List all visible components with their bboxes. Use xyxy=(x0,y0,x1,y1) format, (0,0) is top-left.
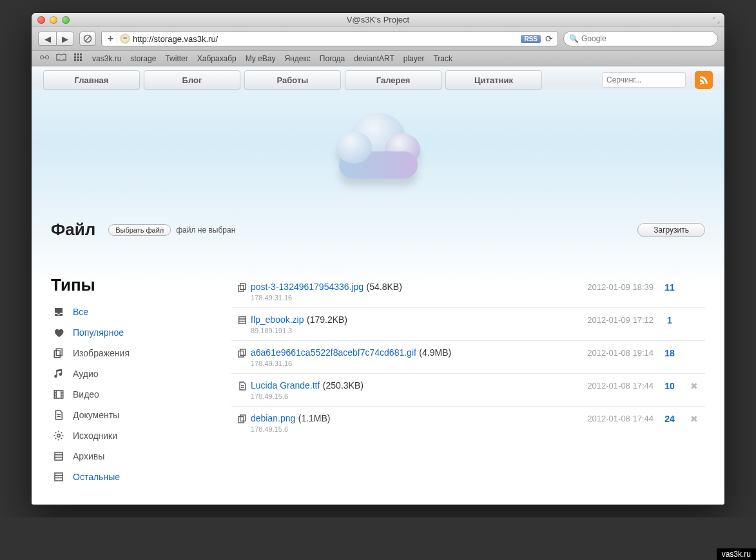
site-search-input[interactable] xyxy=(606,75,703,84)
nav-back-forward: ◀ ▶ xyxy=(38,32,74,46)
file-size: (4.9MB) xyxy=(419,347,451,358)
type-item[interactable]: Архивы xyxy=(51,446,212,467)
browser-window: V@s3K's Project ◀ ▶ + http://storage.vas… xyxy=(32,13,724,505)
browser-search-input[interactable] xyxy=(581,34,712,43)
bookmark-item[interactable]: storage xyxy=(130,54,156,63)
file-row: post-3-13249617954336.jpg (54.8KB)178.49… xyxy=(231,275,705,308)
gear-icon xyxy=(52,430,65,441)
url-text[interactable]: http://storage.vas3k.ru/ xyxy=(133,34,521,44)
delete-icon xyxy=(686,347,703,348)
svg-point-19 xyxy=(57,434,61,438)
svg-rect-7 xyxy=(74,53,76,55)
bookmark-item[interactable]: deviantART xyxy=(354,54,394,63)
film-icon xyxy=(52,389,65,400)
delete-icon xyxy=(686,281,703,282)
svg-rect-17 xyxy=(54,351,60,358)
type-label: Видео xyxy=(73,389,99,400)
nav-tab[interactable]: Блог xyxy=(144,70,240,90)
add-bookmark-button[interactable]: + xyxy=(104,33,117,44)
file-name-link[interactable]: debian.png xyxy=(251,413,295,423)
type-item[interactable]: Все xyxy=(51,302,212,322)
file-count[interactable]: 1 xyxy=(654,314,686,325)
bookmark-item[interactable]: Twitter xyxy=(165,54,188,63)
svg-rect-12 xyxy=(80,57,82,59)
file-ip: 89.189.191.3 xyxy=(251,327,550,334)
grid-icon[interactable] xyxy=(73,53,83,64)
nav-tab[interactable]: Галерея xyxy=(345,70,441,90)
nav-tab[interactable]: Цитатник xyxy=(445,70,542,90)
search-icon: 🔍 xyxy=(569,34,579,43)
file-name-link[interactable]: a6a61e9661ca5522f8acebf7c74cd681.gif xyxy=(251,347,416,358)
file-count[interactable]: 11 xyxy=(654,281,686,293)
file-name-link[interactable]: Lucida Grande.ttf xyxy=(251,380,320,391)
file-row: Lucida Grande.ttf (250.3KB)178.49.15.620… xyxy=(231,374,705,407)
svg-rect-18 xyxy=(54,391,63,398)
address-bar[interactable]: + http://storage.vas3k.ru/ RSS ⟳ xyxy=(101,31,558,46)
archive-icon xyxy=(52,450,65,462)
type-label: Архивы xyxy=(73,451,104,461)
svg-line-1 xyxy=(85,36,90,41)
svg-point-6 xyxy=(45,55,48,59)
svg-rect-26 xyxy=(238,351,244,357)
bookmark-item[interactable]: Погода xyxy=(320,54,345,63)
file-row: debian.png (1.1MB)178.49.15.62012-01-08 … xyxy=(231,407,705,439)
rss-badge[interactable]: RSS xyxy=(521,35,541,43)
delete-icon[interactable]: ✖ xyxy=(686,412,703,424)
file-name-link[interactable]: flp_ebook.zip xyxy=(251,314,304,325)
nav-tab[interactable]: Работы xyxy=(244,70,341,90)
music-icon xyxy=(52,368,65,380)
type-item[interactable]: Изображения xyxy=(51,343,212,363)
type-item[interactable]: Документы xyxy=(51,405,212,425)
fullscreen-icon[interactable] xyxy=(712,15,721,24)
rss-icon[interactable] xyxy=(695,71,713,89)
bookmark-item[interactable]: player xyxy=(403,54,425,63)
file-date: 2012-01-09 17:12 xyxy=(550,314,654,325)
svg-rect-13 xyxy=(74,59,76,61)
forward-button[interactable]: ▶ xyxy=(56,32,74,46)
glasses-icon[interactable] xyxy=(39,53,50,64)
type-item[interactable]: Видео xyxy=(51,384,212,405)
file-date: 2012-01-08 17:44 xyxy=(550,380,654,391)
svg-rect-11 xyxy=(77,57,79,59)
reload-button[interactable]: ⟳ xyxy=(543,34,555,44)
type-item[interactable]: Аудио xyxy=(51,363,212,384)
nav-tab[interactable]: Главная xyxy=(43,70,140,90)
file-count[interactable]: 10 xyxy=(654,380,686,391)
svg-rect-9 xyxy=(80,53,82,55)
bookmark-item[interactable]: Яндекс xyxy=(284,54,310,63)
bookmark-item[interactable]: My eBay xyxy=(246,54,276,63)
site-search[interactable] xyxy=(602,72,686,88)
browser-search[interactable]: 🔍 xyxy=(563,31,718,46)
type-item[interactable]: Остальные xyxy=(51,467,212,487)
type-item[interactable]: Исходники xyxy=(51,425,212,446)
types-heading: Типы xyxy=(51,275,212,295)
bookmark-item[interactable]: Хабрахабр xyxy=(197,54,237,63)
bookmark-item[interactable]: vas3k.ru xyxy=(92,54,121,63)
type-label: Документы xyxy=(73,410,119,420)
svg-rect-15 xyxy=(80,59,82,61)
bookmark-item[interactable]: Track xyxy=(433,54,452,63)
bookmarks-bar: vas3k.rustorageTwitterХабрахабрMy eBayЯн… xyxy=(32,51,724,66)
upload-bar: Файл Выбрать файл файл не выбран Загрузи… xyxy=(32,212,724,240)
type-label: Изображения xyxy=(73,348,130,358)
delete-icon[interactable]: ✖ xyxy=(686,380,703,391)
file-count[interactable]: 24 xyxy=(654,412,686,424)
file-name-link[interactable]: post-3-13249617954336.jpg xyxy=(251,282,363,292)
back-button[interactable]: ◀ xyxy=(38,32,56,46)
svg-point-3 xyxy=(124,37,125,39)
stop-button[interactable] xyxy=(79,32,96,46)
archive-icon xyxy=(52,471,65,483)
main-columns: Типы ВсеПопулярноеИзображенияАудиоВидеоД… xyxy=(32,240,724,487)
type-label: Остальные xyxy=(73,472,120,482)
file-date: 2012-01-09 18:39 xyxy=(550,281,654,292)
file-count[interactable]: 18 xyxy=(654,347,686,358)
copy-icon xyxy=(234,347,251,358)
bookbar-icons xyxy=(39,53,83,64)
file-size: (250.3KB) xyxy=(323,380,363,391)
choose-file-button[interactable]: Выбрать файл xyxy=(108,224,171,236)
favicon-icon xyxy=(120,34,130,44)
book-icon[interactable] xyxy=(56,53,66,64)
svg-rect-22 xyxy=(240,284,246,289)
upload-button[interactable]: Загрузить xyxy=(637,223,705,237)
type-item[interactable]: Популярное xyxy=(51,322,212,343)
